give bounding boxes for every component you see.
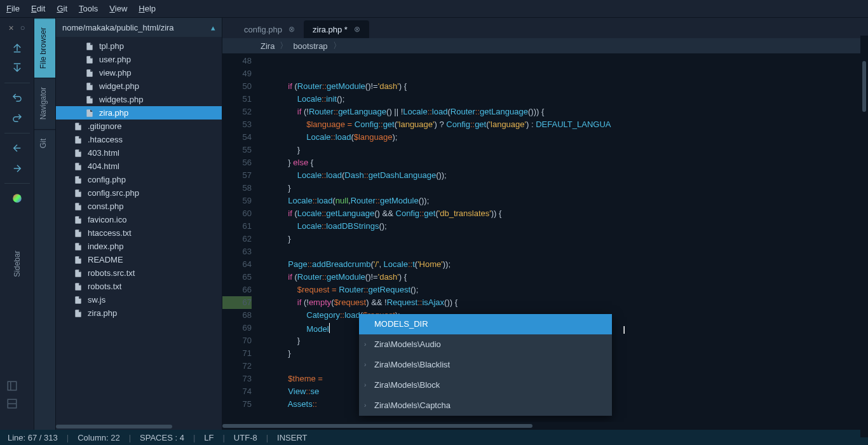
- autocomplete-item[interactable]: ›Zira\Models\Audio: [359, 334, 612, 355]
- back-icon[interactable]: [11, 142, 23, 154]
- file-item[interactable]: robots.src.txt: [56, 266, 222, 280]
- file-item[interactable]: htaccess.txt: [56, 226, 222, 240]
- editor-scrollbar-h[interactable]: [222, 422, 868, 430]
- file-item[interactable]: widgets.php: [56, 93, 222, 106]
- left-toolbar: ×○ Sidebar: [0, 18, 34, 430]
- file-item[interactable]: .htaccess: [56, 133, 222, 146]
- file-item[interactable]: zira.php: [56, 106, 222, 120]
- chevron-right-icon: 〉: [333, 40, 341, 51]
- gutter: 4849505152535455565758596061626364656667…: [222, 53, 261, 422]
- file-name: README: [88, 255, 123, 264]
- file-item[interactable]: README: [56, 253, 222, 266]
- file-item[interactable]: view.php: [56, 66, 222, 79]
- status-line: Line: 67 / 313: [8, 433, 58, 442]
- file-item[interactable]: robots.txt: [56, 280, 222, 293]
- code-body[interactable]: if (Router::getModule()!='dash') { Local…: [261, 53, 868, 422]
- code-editor[interactable]: 4849505152535455565758596061626364656667…: [222, 53, 868, 422]
- chevron-right-icon: ›: [364, 379, 366, 392]
- file-list[interactable]: tpl.phpuser.phpview.phpwidget.phpwidgets…: [56, 37, 222, 423]
- menu-tools[interactable]: Tools: [79, 4, 98, 13]
- panel-tab-file-browser[interactable]: File browser: [34, 18, 55, 78]
- file-scrollbar-h[interactable]: [56, 423, 222, 430]
- menu-view[interactable]: View: [109, 4, 127, 13]
- status-encoding[interactable]: UTF-8: [234, 433, 257, 442]
- download-icon[interactable]: [11, 62, 23, 74]
- status-spaces[interactable]: SPACES : 4: [140, 433, 184, 442]
- file-name: favicon.ico: [88, 215, 126, 224]
- file-item[interactable]: favicon.ico: [56, 213, 222, 226]
- file-name: config.php: [88, 175, 126, 184]
- editor-tabbar: config.php ⊗ zira.php * ⊗: [222, 18, 868, 38]
- file-item[interactable]: tpl.php: [56, 39, 222, 53]
- file-item[interactable]: .gitignore: [56, 120, 222, 133]
- file-name: .htaccess: [88, 135, 123, 144]
- layout-icon[interactable]: [6, 398, 18, 409]
- file-name: zira.php: [88, 308, 117, 318]
- file-name: 403.html: [88, 148, 119, 158]
- menu-help[interactable]: Help: [139, 4, 156, 13]
- status-mode: INSERT: [277, 433, 307, 442]
- autocomplete-item[interactable]: MODELS_DIR: [359, 314, 612, 334]
- file-name: const.php: [88, 202, 123, 211]
- breadcrumb-item[interactable]: Zira: [261, 41, 275, 51]
- file-item[interactable]: sw.js: [56, 293, 222, 306]
- sidebar-label: Sidebar: [13, 250, 22, 277]
- breadcrumb: Zira 〉 bootstrap 〉: [222, 38, 868, 53]
- chevron-right-icon: ›: [364, 338, 366, 351]
- file-item[interactable]: widget.php: [56, 79, 222, 93]
- file-item[interactable]: 403.html: [56, 146, 222, 160]
- menubar: File Edit Git Tools View Help: [0, 0, 868, 18]
- chevron-right-icon: ›: [364, 359, 366, 371]
- status-eol[interactable]: LF: [204, 433, 214, 442]
- upload-icon[interactable]: [11, 42, 23, 53]
- close-icon[interactable]: ⊗: [288, 25, 295, 34]
- file-name: .gitignore: [88, 121, 121, 131]
- file-browser-panel: nome/makaka/public_html/zira ▴ tpl.phpus…: [56, 18, 222, 430]
- file-item[interactable]: const.php: [56, 200, 222, 213]
- file-name: htaccess.txt: [88, 228, 132, 238]
- file-item[interactable]: 404.html: [56, 160, 222, 173]
- panel-tab-git[interactable]: Git: [34, 129, 55, 157]
- breadcrumb-item[interactable]: bootstrap: [293, 41, 327, 51]
- tab-zira[interactable]: zira.php * ⊗: [304, 20, 369, 38]
- close-icon[interactable]: ⊗: [354, 25, 360, 34]
- panel-tab-navigator[interactable]: Navigator: [34, 78, 55, 128]
- path-text: nome/makaka/public_html/zira: [62, 23, 174, 32]
- chevron-up-icon[interactable]: ▴: [211, 23, 215, 32]
- editor-scrollbar-v[interactable]: [860, 36, 868, 430]
- file-name: config.src.php: [88, 188, 139, 198]
- panel-tabs: File browser Navigator Git: [34, 18, 56, 430]
- file-item[interactable]: config.php: [56, 173, 222, 186]
- file-name: index.php: [88, 242, 123, 251]
- svg-rect-1: [8, 381, 17, 390]
- close-icon[interactable]: ×: [8, 23, 13, 33]
- file-item[interactable]: index.php: [56, 240, 222, 253]
- file-item[interactable]: zira.php: [56, 306, 222, 320]
- panel-icon[interactable]: [6, 380, 18, 392]
- status-column: Column: 22: [78, 433, 119, 442]
- undo-icon[interactable]: [11, 92, 23, 104]
- chevron-right-icon: 〉: [280, 40, 288, 51]
- editor-area: config.php ⊗ zira.php * ⊗ Zira 〉 bootstr…: [222, 18, 868, 430]
- path-bar[interactable]: nome/makaka/public_html/zira ▴: [56, 18, 222, 37]
- file-name: view.php: [99, 68, 132, 78]
- autocomplete-item[interactable]: ›Zira\Models\Captcha: [359, 395, 612, 416]
- menu-git[interactable]: Git: [57, 4, 67, 13]
- text-cursor-icon: I: [623, 324, 625, 337]
- file-item[interactable]: config.src.php: [56, 186, 222, 200]
- autocomplete-popup[interactable]: MODELS_DIR›Zira\Models\Audio›Zira\Models…: [359, 314, 612, 416]
- file-item[interactable]: user.php: [56, 53, 222, 66]
- chevron-right-icon: ›: [364, 399, 366, 412]
- svg-point-0: [13, 194, 22, 203]
- autocomplete-item[interactable]: ›Zira\Models\Blacklist: [359, 355, 612, 375]
- color-icon[interactable]: [11, 193, 23, 204]
- file-name: robots.txt: [88, 282, 121, 291]
- autocomplete-item[interactable]: ›Zira\Models\Block: [359, 375, 612, 395]
- menu-edit[interactable]: Edit: [31, 4, 45, 13]
- file-name: zira.php: [99, 108, 128, 118]
- forward-icon[interactable]: [11, 163, 23, 174]
- menu-file[interactable]: File: [6, 4, 20, 13]
- dot-icon[interactable]: ○: [20, 23, 25, 33]
- redo-icon[interactable]: [11, 113, 23, 124]
- tab-config[interactable]: config.php ⊗: [235, 20, 304, 38]
